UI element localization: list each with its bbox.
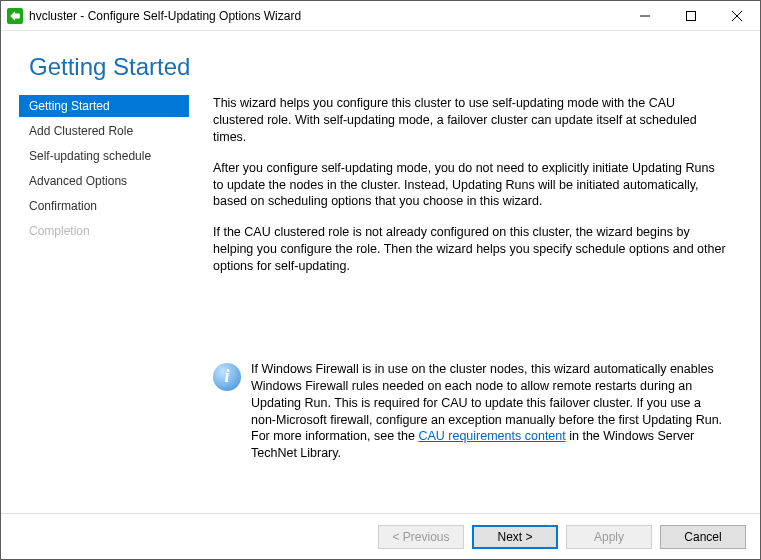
step-add-clustered-role[interactable]: Add Clustered Role (19, 120, 189, 142)
content: This wizard helps you configure this clu… (189, 95, 760, 462)
previous-button: < Previous (378, 525, 464, 549)
info-icon (213, 363, 241, 391)
window-title: hvcluster - Configure Self-Updating Opti… (29, 9, 622, 23)
step-confirmation[interactable]: Confirmation (19, 195, 189, 217)
page-title: Getting Started (29, 53, 732, 81)
firewall-info-text: If Windows Firewall is in use on the clu… (251, 361, 728, 462)
window-controls (622, 1, 760, 30)
step-getting-started[interactable]: Getting Started (19, 95, 189, 117)
cancel-button[interactable]: Cancel (660, 525, 746, 549)
titlebar: hvcluster - Configure Self-Updating Opti… (1, 1, 760, 31)
intro-paragraph-3: If the CAU clustered role is not already… (213, 224, 728, 275)
firewall-info: If Windows Firewall is in use on the clu… (213, 361, 728, 462)
footer: < Previous Next > Apply Cancel (1, 513, 760, 559)
minimize-button[interactable] (622, 1, 668, 30)
step-self-updating-schedule[interactable]: Self-updating schedule (19, 145, 189, 167)
step-advanced-options[interactable]: Advanced Options (19, 170, 189, 192)
app-icon (7, 8, 23, 24)
apply-button: Apply (566, 525, 652, 549)
cau-requirements-link[interactable]: CAU requirements content (418, 429, 565, 443)
next-button[interactable]: Next > (472, 525, 558, 549)
maximize-button[interactable] (668, 1, 714, 30)
close-button[interactable] (714, 1, 760, 30)
intro-paragraph-1: This wizard helps you configure this clu… (213, 95, 728, 146)
page-header: Getting Started (1, 31, 760, 95)
steps-sidebar: Getting Started Add Clustered Role Self-… (1, 95, 189, 462)
step-completion: Completion (19, 220, 189, 242)
svg-rect-1 (687, 11, 696, 20)
intro-paragraph-2: After you configure self-updating mode, … (213, 160, 728, 211)
